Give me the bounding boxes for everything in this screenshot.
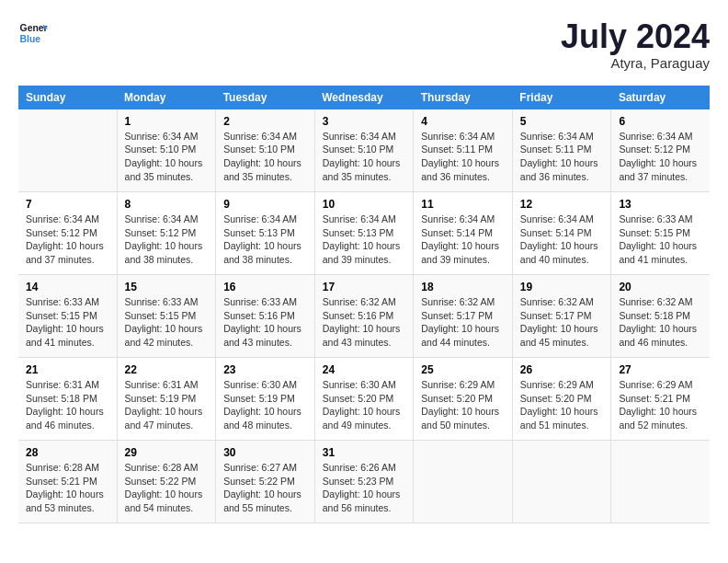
month-title: July 2024: [561, 18, 710, 55]
day-number: 28: [26, 446, 109, 459]
day-info: Sunrise: 6:33 AMSunset: 5:15 PMDaylight:…: [619, 213, 702, 267]
day-of-week-header: Saturday: [611, 86, 710, 109]
day-info: Sunrise: 6:26 AMSunset: 5:23 PMDaylight:…: [323, 461, 406, 515]
day-number: 7: [26, 198, 109, 211]
calendar-cell: 25Sunrise: 6:29 AMSunset: 5:20 PMDayligh…: [414, 358, 513, 441]
calendar-cell: 30Sunrise: 6:27 AMSunset: 5:22 PMDayligh…: [216, 441, 315, 523]
day-info: Sunrise: 6:32 AMSunset: 5:17 PMDaylight:…: [421, 295, 505, 350]
calendar-cell: 23Sunrise: 6:30 AMSunset: 5:19 PMDayligh…: [216, 358, 315, 441]
calendar-cell: 13Sunrise: 6:33 AMSunset: 5:15 PMDayligh…: [611, 192, 710, 275]
calendar-cell: 10Sunrise: 6:34 AMSunset: 5:13 PMDayligh…: [314, 192, 414, 275]
calendar-cell: 21Sunrise: 6:31 AMSunset: 5:18 PMDayligh…: [18, 358, 117, 441]
day-of-week-header: Monday: [117, 86, 216, 109]
calendar-cell: 20Sunrise: 6:32 AMSunset: 5:18 PMDayligh…: [611, 275, 710, 358]
calendar-cell: 29Sunrise: 6:28 AMSunset: 5:22 PMDayligh…: [117, 441, 216, 523]
day-number: 18: [421, 281, 505, 293]
day-of-week-header: Tuesday: [216, 86, 315, 109]
day-number: 11: [421, 198, 505, 211]
logo: General Blue: [18, 18, 48, 48]
calendar-cell: 18Sunrise: 6:32 AMSunset: 5:17 PMDayligh…: [414, 275, 513, 358]
day-info: Sunrise: 6:34 AMSunset: 5:14 PMDaylight:…: [520, 213, 604, 267]
day-number: 8: [125, 198, 209, 211]
day-info: Sunrise: 6:28 AMSunset: 5:22 PMDaylight:…: [125, 461, 209, 515]
calendar-cell: 26Sunrise: 6:29 AMSunset: 5:20 PMDayligh…: [512, 358, 611, 441]
calendar-table: SundayMondayTuesdayWednesdayThursdayFrid…: [18, 86, 710, 524]
day-number: 21: [26, 363, 109, 376]
day-number: 29: [125, 446, 209, 459]
calendar-cell: 3Sunrise: 6:34 AMSunset: 5:10 PMDaylight…: [314, 109, 414, 192]
day-number: 13: [619, 198, 702, 211]
calendar-cell: 7Sunrise: 6:34 AMSunset: 5:12 PMDaylight…: [18, 192, 117, 275]
calendar-cell: [18, 109, 117, 192]
day-number: 19: [520, 281, 604, 293]
calendar-week-row: 28Sunrise: 6:28 AMSunset: 5:21 PMDayligh…: [18, 441, 710, 523]
day-number: 2: [223, 115, 307, 128]
day-info: Sunrise: 6:34 AMSunset: 5:11 PMDaylight:…: [421, 130, 505, 184]
calendar-cell: 11Sunrise: 6:34 AMSunset: 5:14 PMDayligh…: [414, 192, 513, 275]
location: Atyra, Paraguay: [561, 55, 710, 71]
day-info: Sunrise: 6:31 AMSunset: 5:19 PMDaylight:…: [125, 378, 209, 432]
day-info: Sunrise: 6:30 AMSunset: 5:20 PMDaylight:…: [323, 378, 406, 432]
calendar-cell: 5Sunrise: 6:34 AMSunset: 5:11 PMDaylight…: [512, 109, 611, 192]
calendar-cell: 1Sunrise: 6:34 AMSunset: 5:10 PMDaylight…: [117, 109, 216, 192]
day-of-week-header: Sunday: [18, 86, 117, 109]
day-number: 30: [223, 446, 307, 459]
calendar-cell: [611, 441, 710, 523]
day-info: Sunrise: 6:33 AMSunset: 5:15 PMDaylight:…: [26, 295, 109, 350]
calendar-cell: 14Sunrise: 6:33 AMSunset: 5:15 PMDayligh…: [18, 275, 117, 358]
day-of-week-header: Thursday: [414, 86, 513, 109]
calendar-cell: 12Sunrise: 6:34 AMSunset: 5:14 PMDayligh…: [512, 192, 611, 275]
day-number: 17: [323, 281, 406, 293]
calendar-cell: 2Sunrise: 6:34 AMSunset: 5:10 PMDaylight…: [216, 109, 315, 192]
day-info: Sunrise: 6:34 AMSunset: 5:13 PMDaylight:…: [323, 213, 406, 267]
day-info: Sunrise: 6:27 AMSunset: 5:22 PMDaylight:…: [223, 461, 307, 515]
calendar-cell: 22Sunrise: 6:31 AMSunset: 5:19 PMDayligh…: [117, 358, 216, 441]
day-info: Sunrise: 6:32 AMSunset: 5:17 PMDaylight:…: [520, 295, 604, 350]
day-info: Sunrise: 6:34 AMSunset: 5:10 PMDaylight:…: [323, 130, 406, 184]
calendar-cell: 24Sunrise: 6:30 AMSunset: 5:20 PMDayligh…: [314, 358, 414, 441]
day-info: Sunrise: 6:29 AMSunset: 5:20 PMDaylight:…: [421, 378, 505, 432]
day-number: 24: [323, 363, 406, 376]
day-info: Sunrise: 6:34 AMSunset: 5:11 PMDaylight:…: [520, 130, 604, 184]
logo-icon: General Blue: [18, 18, 48, 48]
day-info: Sunrise: 6:29 AMSunset: 5:20 PMDaylight:…: [520, 378, 604, 432]
day-number: 22: [125, 363, 209, 376]
day-info: Sunrise: 6:34 AMSunset: 5:13 PMDaylight:…: [223, 213, 307, 267]
calendar-cell: 28Sunrise: 6:28 AMSunset: 5:21 PMDayligh…: [18, 441, 117, 523]
day-info: Sunrise: 6:34 AMSunset: 5:12 PMDaylight:…: [619, 130, 702, 184]
day-number: 27: [619, 363, 702, 376]
day-number: 10: [323, 198, 406, 211]
day-info: Sunrise: 6:34 AMSunset: 5:12 PMDaylight:…: [125, 213, 209, 267]
calendar-cell: 15Sunrise: 6:33 AMSunset: 5:15 PMDayligh…: [117, 275, 216, 358]
day-of-week-header: Wednesday: [314, 86, 414, 109]
day-info: Sunrise: 6:31 AMSunset: 5:18 PMDaylight:…: [26, 378, 109, 432]
title-block: July 2024 Atyra, Paraguay: [561, 18, 710, 71]
day-number: 25: [421, 363, 505, 376]
day-number: 14: [26, 281, 109, 293]
day-number: 4: [421, 115, 505, 128]
day-number: 9: [223, 198, 307, 211]
day-number: 12: [520, 198, 604, 211]
calendar-cell: 16Sunrise: 6:33 AMSunset: 5:16 PMDayligh…: [216, 275, 315, 358]
page-header: General Blue July 2024 Atyra, Paraguay: [18, 18, 710, 71]
day-number: 20: [619, 281, 702, 293]
calendar-cell: [414, 441, 513, 523]
day-info: Sunrise: 6:34 AMSunset: 5:10 PMDaylight:…: [223, 130, 307, 184]
day-info: Sunrise: 6:34 AMSunset: 5:10 PMDaylight:…: [125, 130, 209, 184]
day-number: 6: [619, 115, 702, 128]
calendar-cell: 27Sunrise: 6:29 AMSunset: 5:21 PMDayligh…: [611, 358, 710, 441]
day-info: Sunrise: 6:33 AMSunset: 5:15 PMDaylight:…: [125, 295, 209, 350]
day-number: 15: [125, 281, 209, 293]
calendar-week-row: 7Sunrise: 6:34 AMSunset: 5:12 PMDaylight…: [18, 192, 710, 275]
calendar-cell: 4Sunrise: 6:34 AMSunset: 5:11 PMDaylight…: [414, 109, 513, 192]
day-info: Sunrise: 6:29 AMSunset: 5:21 PMDaylight:…: [619, 378, 702, 432]
calendar-week-row: 14Sunrise: 6:33 AMSunset: 5:15 PMDayligh…: [18, 275, 710, 358]
day-number: 23: [223, 363, 307, 376]
header-row: SundayMondayTuesdayWednesdayThursdayFrid…: [18, 86, 710, 109]
day-of-week-header: Friday: [512, 86, 611, 109]
calendar-week-row: 21Sunrise: 6:31 AMSunset: 5:18 PMDayligh…: [18, 358, 710, 441]
calendar-week-row: 1Sunrise: 6:34 AMSunset: 5:10 PMDaylight…: [18, 109, 710, 192]
calendar-cell: 6Sunrise: 6:34 AMSunset: 5:12 PMDaylight…: [611, 109, 710, 192]
day-info: Sunrise: 6:34 AMSunset: 5:14 PMDaylight:…: [421, 213, 505, 267]
calendar-cell: 9Sunrise: 6:34 AMSunset: 5:13 PMDaylight…: [216, 192, 315, 275]
